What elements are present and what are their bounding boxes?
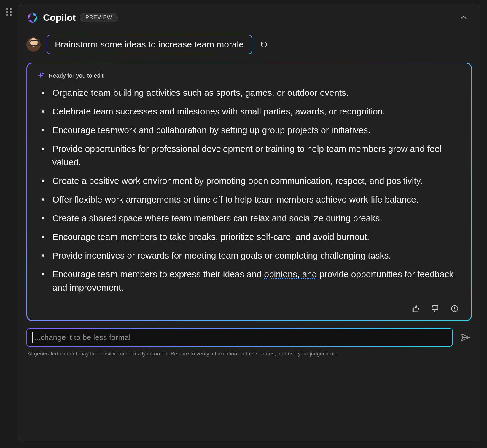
- sparkle-icon: [37, 72, 44, 79]
- list-item: Provide incentives or rewards for meetin…: [39, 249, 461, 262]
- copilot-logo-icon: [26, 12, 38, 23]
- grammar-underline[interactable]: opinions, and: [264, 269, 317, 279]
- idea-text: Create a positive work environment by pr…: [52, 174, 461, 187]
- prompt-input[interactable]: ...change it to be less formal: [26, 328, 453, 347]
- undo-icon: [260, 40, 268, 49]
- chevron-up-icon: [459, 13, 468, 22]
- idea-text: Offer flexible work arrangements or time…: [52, 193, 461, 206]
- ready-row: Ready for you to edit: [37, 72, 461, 79]
- list-item: Encourage team members to take breaks, p…: [39, 230, 461, 243]
- thumbs-down-icon: [431, 304, 439, 313]
- thumbs-down-button[interactable]: [430, 304, 440, 314]
- drag-dots-icon: [6, 8, 12, 16]
- ai-disclaimer: AI generated content may be sensitive or…: [28, 351, 471, 357]
- preview-badge: PREVIEW: [80, 13, 118, 22]
- panel-header: Copilot PREVIEW: [18, 4, 480, 26]
- list-item: Create a positive work environment by pr…: [39, 174, 461, 187]
- send-button[interactable]: [459, 331, 472, 344]
- list-item: Provide opportunities for professional d…: [39, 142, 461, 169]
- idea-text: Create a shared space where team members…: [52, 211, 461, 225]
- text-caret: [32, 332, 33, 343]
- idea-text: Provide incentives or rewards for meetin…: [52, 249, 461, 262]
- idea-text: Encourage team members to express their …: [52, 267, 461, 294]
- drag-handle[interactable]: [0, 0, 18, 448]
- feedback-row: [37, 304, 461, 314]
- idea-text: Encourage teamwork and collaboration by …: [52, 123, 461, 137]
- idea-text: Provide opportunities for professional d…: [52, 142, 461, 169]
- report-icon: [451, 304, 459, 313]
- send-icon: [460, 332, 470, 342]
- thumbs-up-button[interactable]: [410, 304, 421, 314]
- user-avatar: [26, 37, 41, 52]
- thumbs-up-icon: [411, 304, 420, 313]
- prompt-pill[interactable]: Brainstorm some ideas to increase team m…: [47, 35, 252, 54]
- idea-text-pre: Encourage team members to express their …: [52, 269, 264, 279]
- list-item: Encourage team members to express their …: [39, 267, 461, 294]
- list-item: Celebrate team successes and milestones …: [39, 105, 461, 118]
- app-title: Copilot: [43, 12, 76, 23]
- svg-point-2: [454, 310, 455, 311]
- collapse-button[interactable]: [458, 12, 470, 23]
- list-item: Offer flexible work arrangements or time…: [39, 193, 461, 206]
- prompt-row: Brainstorm some ideas to increase team m…: [18, 26, 480, 58]
- idea-list: Organize team building activities such a…: [37, 86, 461, 299]
- idea-text: Encourage team members to take breaks, p…: [52, 230, 461, 243]
- idea-text: Celebrate team successes and milestones …: [52, 105, 461, 118]
- list-item: Organize team building activities such a…: [39, 86, 461, 99]
- list-item: Create a shared space where team members…: [39, 211, 461, 225]
- report-button[interactable]: [450, 304, 460, 314]
- input-row: ...change it to be less formal: [26, 328, 472, 347]
- response-card: Ready for you to edit Organize team buil…: [26, 63, 472, 321]
- copilot-panel: Copilot PREVIEW Brainstorm some ideas to…: [18, 4, 480, 441]
- list-item: Encourage teamwork and collaboration by …: [39, 123, 461, 137]
- input-placeholder: ...change it to be less formal: [34, 333, 130, 342]
- undo-button[interactable]: [258, 39, 270, 50]
- idea-text: Organize team building activities such a…: [52, 86, 461, 99]
- ready-label: Ready for you to edit: [49, 72, 104, 79]
